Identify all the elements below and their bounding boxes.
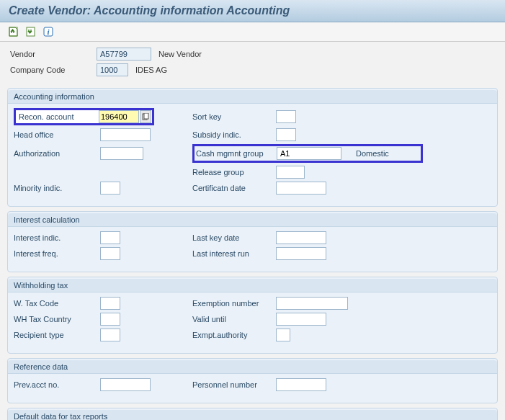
authorization-label: Authorization [14, 149, 100, 158]
toolbar: i [0, 22, 505, 42]
minority-indic-field[interactable] [100, 182, 120, 195]
company-code-desc: IDES AG [135, 66, 167, 74]
recipient-type-field[interactable] [100, 329, 120, 341]
recon-account-highlight: Recon. account [14, 108, 154, 125]
valid-until-field[interactable] [276, 313, 326, 326]
personnel-no-field[interactable] [276, 378, 326, 391]
subsidy-indic-field[interactable] [276, 128, 296, 141]
interest-freq-field[interactable] [100, 247, 120, 260]
group-accounting: Accounting information Recon. account So… [7, 88, 498, 207]
wtax-code-field[interactable] [100, 297, 120, 310]
valid-until-label: Valid until [192, 315, 276, 323]
subsidy-indic-label: Subsidy indic. [192, 130, 276, 139]
group-accounting-title: Accounting information [8, 90, 497, 104]
last-interest-run-field[interactable] [276, 247, 326, 260]
company-code-label: Company Code [10, 66, 97, 74]
exmpt-authority-field[interactable] [276, 329, 290, 341]
page-title: Create Vendor: Accounting information Ac… [0, 0, 505, 22]
recon-account-field[interactable] [99, 110, 139, 123]
cert-date-label: Certificatn date [192, 184, 276, 192]
wtax-code-label: W. Tax Code [14, 299, 100, 308]
company-code-field[interactable] [97, 63, 128, 76]
release-group-field[interactable] [276, 166, 305, 179]
authorization-field[interactable] [100, 147, 143, 160]
release-group-label: Release group [192, 168, 276, 177]
last-key-date-field[interactable] [276, 231, 326, 244]
cash-mgmnt-label: Cash mgmnt group [196, 149, 277, 158]
group-withholding: Withholding tax W. Tax Code Exemption nu… [7, 277, 498, 354]
minority-indic-label: Minority indic. [14, 184, 100, 192]
exemption-no-field[interactable] [276, 297, 348, 310]
wh-tax-country-field[interactable] [100, 313, 120, 326]
group-default-tax-title: Default data for tax reports [8, 410, 497, 420]
prev-acct-no-label: Prev.acct no. [14, 380, 100, 389]
interest-freq-label: Interest freq. [14, 249, 100, 258]
info-icon[interactable]: i [42, 25, 55, 38]
cert-date-field[interactable] [276, 182, 326, 195]
sort-key-label: Sort key [192, 112, 276, 121]
header-area: Vendor New Vendor Company Code IDES AG [0, 42, 505, 84]
last-key-date-label: Last key date [192, 233, 276, 242]
exmpt-authority-label: Exmpt.authority [192, 331, 276, 339]
last-interest-run-label: Last interest run [192, 249, 276, 258]
sort-key-field[interactable] [276, 110, 296, 123]
group-reference: Reference data Prev.acct no. Personnel n… [7, 358, 498, 403]
exemption-no-label: Exemption number [192, 299, 276, 308]
cash-mgmnt-desc: Domestic [356, 149, 419, 158]
recon-account-label: Recon. account [16, 112, 98, 121]
wh-tax-country-label: WH Tax Country [14, 315, 100, 323]
cash-mgmnt-field[interactable] [277, 147, 341, 160]
recon-account-f4-icon[interactable] [140, 110, 151, 123]
head-office-field[interactable] [100, 128, 151, 141]
personnel-no-label: Personnel number [192, 380, 276, 389]
next-screen-icon[interactable] [24, 25, 37, 38]
interest-indic-label: Interest indic. [14, 233, 100, 242]
vendor-field[interactable] [97, 48, 151, 61]
group-interest: Interest calculation Interest indic. Las… [7, 211, 498, 272]
interest-indic-field[interactable] [100, 231, 120, 244]
prev-acct-no-field[interactable] [100, 378, 151, 391]
svg-rect-5 [144, 113, 148, 119]
group-reference-title: Reference data [8, 360, 497, 374]
group-default-tax: Default data for tax reports [7, 408, 498, 420]
head-office-label: Head office [14, 130, 100, 139]
vendor-label: Vendor [10, 50, 97, 58]
prev-screen-icon[interactable] [7, 25, 20, 38]
cash-mgmnt-highlight: Cash mgmnt group Domestic [192, 144, 423, 163]
vendor-desc: New Vendor [158, 50, 202, 58]
recipient-type-label: Recipient type [14, 331, 100, 339]
group-interest-title: Interest calculation [8, 213, 497, 227]
group-withholding-title: Withholding tax [8, 279, 497, 292]
